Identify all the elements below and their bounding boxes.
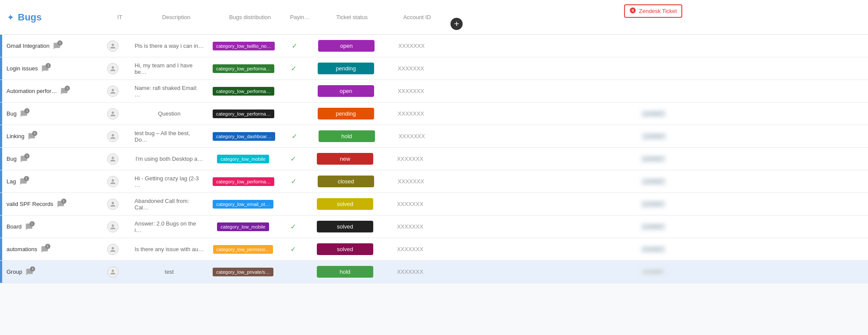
- cell-bugs-distribution: category_low_performa…: [208, 80, 279, 102]
- check-mark-icon: ✓: [291, 177, 296, 186]
- cell-ticket-status: open: [309, 35, 383, 57]
- cell-zendesk-ticket: [439, 80, 868, 102]
- cell-bugs-distribution: category_low_dashboar…: [208, 125, 279, 147]
- cell-description: Pls is there a way i can in…: [130, 35, 208, 57]
- cell-it: [95, 103, 130, 125]
- table-row[interactable]: Board1Answer: 2.0 Bugs on the i…category…: [0, 216, 868, 238]
- chat-icon[interactable]: 1: [28, 133, 36, 140]
- cell-account-id: XXXXXXX: [383, 35, 440, 57]
- status-badge: open: [318, 40, 375, 52]
- cell-paying: ✓: [278, 238, 308, 260]
- zendesk-ticket-id: 1234567: [641, 223, 666, 231]
- cell-it: [95, 80, 130, 102]
- row-name: Bug: [7, 156, 16, 162]
- avatar: [107, 86, 118, 97]
- chat-icon[interactable]: 1: [20, 178, 27, 186]
- row-name: Group: [7, 269, 22, 275]
- chat-icon[interactable]: 1: [57, 200, 65, 208]
- chat-badge: 1: [24, 108, 30, 113]
- status-badge: pending: [318, 108, 374, 119]
- cell-zendesk-ticket: [440, 35, 868, 57]
- bug-tag: category_low_performa…: [213, 87, 274, 96]
- cell-ticket-status: pending: [309, 103, 383, 125]
- avatar: [107, 266, 118, 278]
- bug-tag: category_low_mobile: [217, 222, 269, 231]
- cell-it: [95, 193, 130, 215]
- status-badge: hold: [319, 130, 375, 142]
- chat-badge: 1: [65, 86, 70, 91]
- table-row[interactable]: valid SPF Records1Abandoned Call from: C…: [0, 193, 868, 216]
- cell-name: Bug1: [2, 103, 95, 125]
- zendesk-ticket-id: 1234567: [641, 155, 666, 163]
- cell-ticket-status: solved: [308, 216, 382, 238]
- cell-paying: ✓: [278, 216, 308, 238]
- table-row[interactable]: automations1Is there any issue with au…c…: [0, 238, 868, 261]
- row-name: Linking: [7, 133, 24, 139]
- cell-zendesk-ticket: 1234567: [438, 148, 868, 170]
- cell-description: Answer: 2.0 Bugs on the i…: [130, 216, 208, 238]
- cell-description: Abandoned Call from: Cal…: [130, 193, 208, 215]
- cell-account-id: XXXXXXX: [382, 148, 438, 170]
- cell-name: Lag1: [2, 170, 95, 192]
- add-button[interactable]: +: [450, 18, 463, 30]
- check-mark-icon: ✓: [291, 64, 296, 73]
- avatar: [107, 108, 118, 119]
- zendesk-ticket-button[interactable]: Zendesk Ticket: [624, 4, 682, 18]
- avatar: [107, 176, 118, 187]
- zendesk-ticket-id: 1234567: [641, 268, 666, 276]
- cell-ticket-status: closed: [309, 170, 383, 192]
- table-row[interactable]: Linking1test bug – All the best, Do…cate…: [0, 125, 868, 148]
- table-row[interactable]: Group1testcategory_low_private/s…holdXXX…: [0, 261, 868, 283]
- chat-icon[interactable]: 1: [20, 110, 28, 118]
- table-row[interactable]: Bug1I'm using both Desktop a…category_lo…: [0, 148, 868, 170]
- status-badge: solved: [317, 221, 373, 232]
- cell-ticket-status: new: [308, 148, 382, 170]
- check-mark-icon: ✓: [290, 245, 296, 253]
- table-row[interactable]: Bug1Questioncategory_low_performa…pendin…: [0, 103, 868, 125]
- chat-badge: 1: [24, 176, 29, 181]
- row-name: Bug: [7, 110, 16, 117]
- column-headers: IT Description Bugs distribution Payin… …: [102, 4, 861, 30]
- cell-name: Gmail Integration1: [2, 35, 95, 57]
- bug-tag: category_low_performa…: [213, 109, 274, 118]
- cell-account-id: XXXXXXX: [382, 261, 438, 283]
- row-name: automations: [7, 246, 37, 252]
- table-row[interactable]: Automation perfor…1Name: rafi shaked Ema…: [0, 80, 868, 103]
- col-header-bugs: Bugs distribution: [215, 14, 285, 20]
- chat-icon[interactable]: 1: [26, 268, 33, 276]
- cell-ticket-status: open: [309, 80, 383, 102]
- table-row[interactable]: Login issues1Hi, my team and I have be…c…: [0, 57, 868, 80]
- chat-icon[interactable]: 1: [20, 155, 28, 163]
- cell-account-id: XXXXXXX: [383, 57, 439, 80]
- row-name: Board: [7, 223, 22, 230]
- cell-account-id: XXXXXXX: [382, 216, 438, 238]
- check-mark-icon: ✓: [290, 222, 296, 231]
- chat-icon[interactable]: 1: [25, 223, 33, 231]
- chat-badge: 1: [57, 40, 62, 46]
- cell-description: test bug – All the best, Do…: [130, 125, 208, 147]
- cell-zendesk-ticket: 1234567: [440, 125, 868, 147]
- cell-account-id: XXXXXXX: [383, 80, 439, 102]
- cell-bugs-distribution: category_low_twillio_no…: [208, 35, 279, 57]
- zendesk-ticket-id: 1234567: [641, 133, 667, 140]
- chat-icon[interactable]: 1: [60, 87, 68, 95]
- cell-bugs-distribution: category_low_performa…: [208, 103, 279, 125]
- table-row[interactable]: Gmail Integration1Pls is there a way i c…: [0, 35, 868, 57]
- avatar: [107, 40, 118, 52]
- avatar: [107, 153, 118, 165]
- bug-tag: category_low_email_ot…: [213, 200, 273, 209]
- table-row[interactable]: Lag1Hi - Getting crazy lag (2-3 …categor…: [0, 170, 868, 193]
- zendesk-ticket-id: 1234567: [641, 110, 667, 118]
- cell-description: test: [130, 261, 208, 283]
- bug-tag: category_low_performa…: [213, 177, 274, 186]
- chat-icon[interactable]: 1: [41, 245, 49, 253]
- cell-account-id: XXXXXXX: [383, 170, 439, 192]
- cell-paying: ✓: [279, 57, 309, 80]
- chat-badge: 1: [46, 63, 51, 68]
- header-row: ✦ Bugs IT Description Bugs distribution …: [0, 0, 868, 35]
- zendesk-button-label: Zendesk Ticket: [639, 8, 677, 14]
- bugs-icon: ✦: [7, 12, 14, 23]
- chat-icon[interactable]: 1: [53, 42, 61, 50]
- cell-it: [95, 35, 130, 57]
- chat-icon[interactable]: 1: [41, 65, 49, 73]
